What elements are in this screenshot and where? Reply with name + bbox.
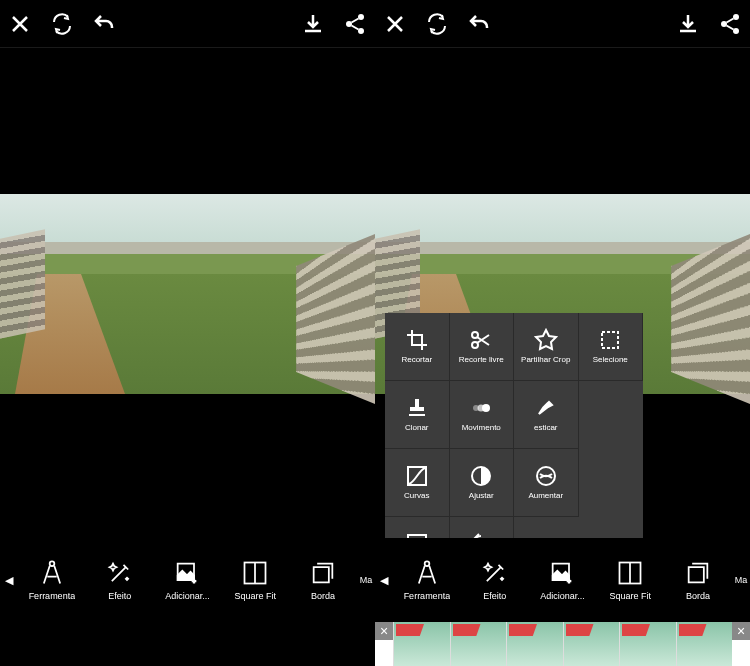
curves-icon — [405, 464, 429, 488]
edited-photo — [0, 194, 375, 394]
scroll-right-icon[interactable]: Ma — [357, 550, 375, 610]
screen-right: Recortar Recorte livre Partilhar Crop Se… — [375, 0, 750, 622]
scroll-left-icon[interactable]: ◀ — [0, 550, 18, 610]
resize-icon — [405, 532, 429, 538]
adjust-icon — [469, 464, 493, 488]
tool-borda[interactable]: Borda — [668, 559, 728, 601]
motion-icon — [469, 396, 493, 420]
ad-items[interactable] — [393, 622, 732, 666]
enhance-icon — [534, 464, 558, 488]
tools-popup: Recortar Recorte livre Partilhar Crop Se… — [385, 313, 643, 538]
canvas[interactable]: Recortar Recorte livre Partilhar Crop Se… — [375, 48, 750, 538]
svg-point-6 — [721, 21, 727, 27]
tool-adicionar[interactable]: Adicionar... — [532, 559, 592, 601]
tool-efeito[interactable]: Efeito — [90, 559, 150, 601]
popup-clonar[interactable]: Clonar — [385, 381, 450, 449]
topbar — [375, 0, 750, 48]
undo-icon[interactable] — [467, 12, 491, 36]
border-icon — [684, 559, 712, 587]
image-add-icon — [173, 559, 201, 587]
svg-point-0 — [358, 14, 364, 20]
scroll-right-icon[interactable]: Ma — [732, 550, 750, 610]
stretch-icon — [534, 396, 558, 420]
compass-icon — [413, 559, 441, 587]
tool-borda[interactable]: Borda — [293, 559, 353, 601]
close-icon[interactable] — [8, 12, 32, 36]
bottom-toolbar: ◀ Ferramenta Efeito Adicionar... Square … — [0, 538, 375, 622]
ad-close-right-icon[interactable]: × — [732, 622, 750, 640]
scissors-icon — [469, 328, 493, 352]
popup-selecione[interactable]: Selecione — [579, 313, 644, 381]
ad-banner: × × — [375, 622, 750, 666]
square-fit-icon — [241, 559, 269, 587]
topbar — [0, 0, 375, 48]
share-icon[interactable] — [718, 12, 742, 36]
square-fit-icon — [616, 559, 644, 587]
scroll-left-icon[interactable]: ◀ — [375, 550, 393, 610]
popup-ajustar[interactable]: Ajustar — [450, 449, 515, 517]
download-icon[interactable] — [676, 12, 700, 36]
crop-icon — [405, 328, 429, 352]
close-icon[interactable] — [383, 12, 407, 36]
stamp-icon — [405, 396, 429, 420]
wand-icon — [481, 559, 509, 587]
border-icon — [309, 559, 337, 587]
ad-close-left-icon[interactable]: × — [375, 622, 393, 640]
refresh-icon[interactable] — [425, 12, 449, 36]
tool-list: Ferramenta Efeito Adicionar... Square Fi… — [393, 559, 732, 601]
compass-icon — [38, 559, 66, 587]
tool-adicionar[interactable]: Adicionar... — [157, 559, 217, 601]
download-icon[interactable] — [301, 12, 325, 36]
tool-square-fit[interactable]: Square Fit — [225, 559, 285, 601]
popup-partilhar-crop[interactable]: Partilhar Crop — [514, 313, 579, 381]
svg-rect-10 — [602, 332, 618, 348]
select-icon — [598, 328, 622, 352]
svg-point-3 — [50, 561, 55, 566]
popup-curvas[interactable]: Curvas — [385, 449, 450, 517]
popup-recorte-livre[interactable]: Recorte livre — [450, 313, 515, 381]
image-add-icon — [548, 559, 576, 587]
svg-point-1 — [346, 21, 352, 27]
svg-point-5 — [733, 14, 739, 20]
popup-esticar[interactable]: esticar — [514, 381, 579, 449]
canvas[interactable] — [0, 48, 375, 538]
tool-square-fit[interactable]: Square Fit — [600, 559, 660, 601]
popup-inverter-girar[interactable]: Inverter / Girar — [450, 517, 515, 538]
svg-point-13 — [482, 404, 490, 412]
tool-ferramenta[interactable]: Ferramenta — [397, 559, 457, 601]
screen-left: ◀ Ferramenta Efeito Adicionar... Square … — [0, 0, 375, 622]
popup-movimento[interactable]: Movimento — [450, 381, 515, 449]
share-icon[interactable] — [343, 12, 367, 36]
flip-icon — [469, 532, 493, 538]
refresh-icon[interactable] — [50, 12, 74, 36]
svg-point-2 — [358, 28, 364, 34]
wand-icon — [106, 559, 134, 587]
tool-efeito[interactable]: Efeito — [465, 559, 525, 601]
svg-rect-17 — [408, 535, 426, 538]
undo-icon[interactable] — [92, 12, 116, 36]
bottom-toolbar: ◀ Ferramenta Efeito Adicionar... Square … — [375, 538, 750, 622]
tool-list: Ferramenta Efeito Adicionar... Square Fi… — [18, 559, 357, 601]
popup-aumentar[interactable]: Aumentar — [514, 449, 579, 517]
star-icon — [534, 328, 558, 352]
svg-point-18 — [425, 561, 430, 566]
popup-redimensionar[interactable]: Redimensionar — [385, 517, 450, 538]
popup-recortar[interactable]: Recortar — [385, 313, 450, 381]
tool-ferramenta[interactable]: Ferramenta — [22, 559, 82, 601]
svg-point-7 — [733, 28, 739, 34]
